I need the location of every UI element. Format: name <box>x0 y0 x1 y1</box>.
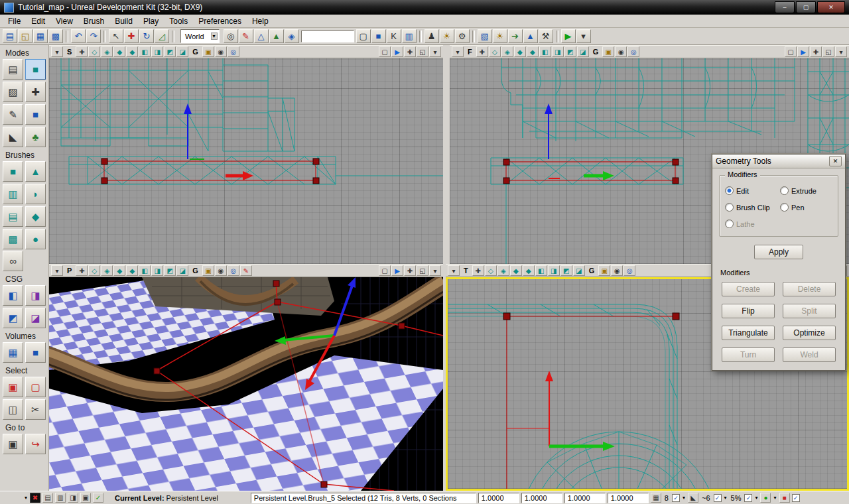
texture-density-icon[interactable]: ◪ <box>176 265 188 276</box>
float-viewport-icon[interactable]: ◱ <box>417 46 428 57</box>
viewport-menu-icon[interactable]: ▾ <box>835 46 847 57</box>
menu-item[interactable]: Preferences <box>193 15 247 27</box>
foliage-mode-icon[interactable]: ♣ <box>25 127 46 147</box>
brush-edit-mode-icon[interactable]: ✎ <box>3 104 23 125</box>
texture-density-icon[interactable]: ◪ <box>577 46 589 57</box>
lit-icon[interactable]: ◆ <box>126 265 138 276</box>
create-button[interactable]: Create <box>722 282 775 296</box>
linear-stair-brush-icon[interactable]: ▤ <box>3 206 23 227</box>
content-browser-icon[interactable]: ▥ <box>402 29 417 43</box>
wireframe-icon[interactable]: ◈ <box>101 265 113 276</box>
wireframe-icon[interactable]: ◈ <box>497 265 509 276</box>
lighting-only-icon[interactable]: ◨ <box>151 265 163 276</box>
wireframe-icon[interactable]: ◈ <box>501 46 513 57</box>
brush-wireframe-icon[interactable]: ◇ <box>489 46 501 57</box>
show-flags-icon[interactable]: ◉ <box>215 265 227 276</box>
chevron-down-icon[interactable]: ▾ <box>773 495 777 501</box>
cone-brush-icon[interactable]: ▲ <box>25 161 46 182</box>
radio-edit[interactable]: Edit <box>725 186 777 195</box>
separator[interactable] <box>103 31 106 42</box>
lit-icon[interactable]: ◆ <box>126 46 138 57</box>
light-complexity-icon[interactable]: ◩ <box>560 265 572 276</box>
select-none-icon[interactable]: ▢ <box>25 377 46 397</box>
scale-field[interactable]: 1.0000 <box>478 493 519 503</box>
separator[interactable] <box>66 31 68 42</box>
menu-item[interactable]: Play <box>138 15 164 27</box>
scale-field[interactable]: 1.0000 <box>608 493 649 503</box>
separator[interactable] <box>172 31 174 42</box>
show-flags-icon[interactable]: ◉ <box>611 265 623 276</box>
csg-add-icon[interactable]: ◧ <box>3 285 23 306</box>
goto-actor-icon[interactable]: ▣ <box>3 434 23 454</box>
brush-wireframe-icon[interactable]: ◇ <box>485 265 497 276</box>
build-geometry-icon[interactable]: ▧ <box>478 29 492 43</box>
allow-translucent-icon[interactable]: ▢ <box>379 265 391 276</box>
save-map-icon[interactable]: ▦ <box>33 29 48 43</box>
camera-speed-icon[interactable]: ◎ <box>623 265 635 276</box>
spacer[interactable] <box>640 46 784 57</box>
sheet-brush-icon[interactable]: ◆ <box>25 206 46 227</box>
texture-align-icon[interactable]: ◈ <box>285 29 299 43</box>
chevron-down-icon[interactable]: ▾ <box>682 495 686 501</box>
menu-item[interactable]: Help <box>247 15 274 27</box>
find-actors-icon[interactable]: ∞ <box>3 251 23 271</box>
fullscreen-icon[interactable]: ▢ <box>356 29 371 43</box>
grid-snap-checkbox[interactable]: ✓ <box>672 494 680 502</box>
mesh-paint-icon[interactable]: ✎ <box>240 265 252 276</box>
curved-stair-brush-icon[interactable]: ◗ <box>25 184 46 204</box>
select-all-icon[interactable]: ▣ <box>3 377 23 397</box>
open-map-icon[interactable]: ◱ <box>18 29 33 43</box>
camera-speed-icon[interactable]: ◎ <box>627 46 639 57</box>
float-viewport-icon[interactable]: ◱ <box>417 265 428 276</box>
apply-button[interactable]: Apply <box>754 245 803 259</box>
cylinder-brush-icon[interactable]: ▥ <box>3 184 23 204</box>
split-button[interactable]: Split <box>783 304 836 318</box>
menu-item[interactable]: Brush <box>78 15 109 27</box>
menu-item[interactable]: Edit <box>26 15 50 27</box>
camera-speed-icon[interactable]: ◎ <box>228 265 239 276</box>
detail-lighting-icon[interactable]: ◧ <box>139 46 151 57</box>
brush-wireframe-icon[interactable]: ◇ <box>88 265 100 276</box>
maximize-viewport-icon[interactable]: ✚ <box>76 46 88 57</box>
paint-mode-icon[interactable]: ✎ <box>239 29 253 43</box>
build-error-icon[interactable]: ✖ <box>30 493 40 503</box>
detail-lighting-icon[interactable]: ◧ <box>139 265 151 276</box>
viewport-splitter-vertical[interactable] <box>443 58 450 264</box>
unlit-icon[interactable]: ◆ <box>113 46 125 57</box>
terrain-edit-icon[interactable]: ▲ <box>269 29 284 43</box>
build-paths-icon[interactable]: ➔ <box>508 29 523 43</box>
viewport-type-label[interactable]: P <box>64 265 75 276</box>
lock-selection-icon[interactable]: ◨ <box>68 493 78 503</box>
show-flags-icon[interactable]: ◉ <box>615 46 627 57</box>
play-in-viewport-icon[interactable]: ▶ <box>391 46 403 57</box>
csg-intersect-icon[interactable]: ◩ <box>3 308 23 328</box>
maximize-viewport-icon[interactable]: ✚ <box>76 265 88 276</box>
landscape-mode-icon[interactable]: ◣ <box>3 127 23 147</box>
turn-button[interactable]: Turn <box>722 347 775 362</box>
lock-viewport-icon[interactable]: ▣ <box>202 46 214 57</box>
scale-field[interactable]: 1.0000 <box>521 493 562 503</box>
lit-icon[interactable]: ◆ <box>523 265 535 276</box>
save-all-icon[interactable]: ▩ <box>48 29 63 43</box>
viewport-type-label[interactable]: F <box>464 46 476 57</box>
flip-button[interactable]: Flip <box>722 304 775 318</box>
scale-snap-checkbox[interactable]: ✓ <box>744 494 752 502</box>
wireframe-icon[interactable]: ◈ <box>101 46 113 57</box>
lighting-only-icon[interactable]: ◨ <box>552 46 564 57</box>
detail-lighting-icon[interactable]: ◧ <box>535 265 547 276</box>
chevron-down-icon[interactable]: ▾ <box>724 495 728 501</box>
geometry-mode-icon[interactable]: ■ <box>25 59 46 80</box>
viewport-type-label[interactable]: T <box>460 265 472 276</box>
audio-checkbox[interactable]: ✓ <box>792 494 800 502</box>
move-viewport-icon[interactable]: ✚ <box>404 265 416 276</box>
find-actors-icon[interactable]: ◎ <box>224 29 238 43</box>
stream-status-icon[interactable]: ● <box>760 493 771 503</box>
goto-builder-brush-icon[interactable]: ↪ <box>25 434 46 454</box>
static-mesh-mode-icon[interactable]: ■ <box>25 104 46 125</box>
invert-selection-icon[interactable]: ◫ <box>3 399 23 420</box>
actor-browser-icon[interactable]: ▥ <box>55 493 66 503</box>
viewport-type-label[interactable]: S <box>64 46 75 57</box>
play-options-icon[interactable]: ▾ <box>576 29 591 43</box>
radio-brush-clip[interactable]: Brush Clip <box>725 203 777 212</box>
viewport-perspective-3d[interactable] <box>49 277 443 491</box>
